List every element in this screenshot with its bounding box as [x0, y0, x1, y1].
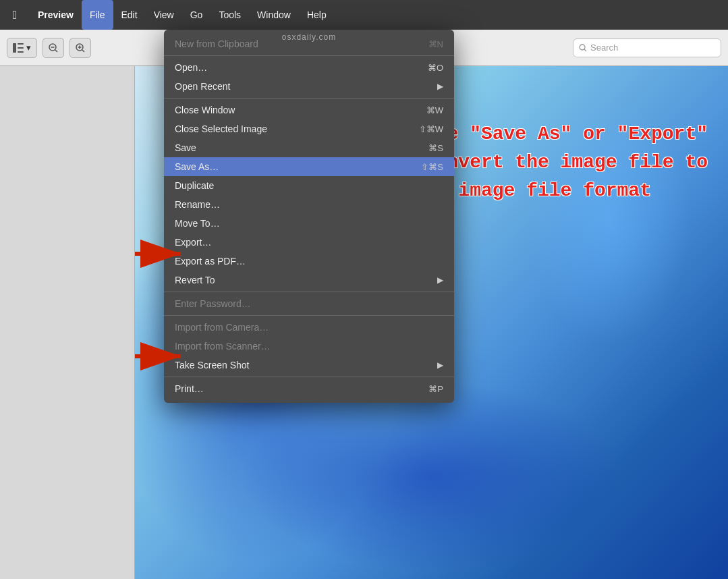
file-dropdown-menu: osxdaily.com New from Clipboard ⌘N Open……: [164, 30, 454, 403]
menu-preview[interactable]: Preview: [30, 0, 82, 30]
menu-help[interactable]: Help: [299, 0, 335, 30]
menu-item-shortcut: ⌘O: [428, 63, 443, 73]
zoom-in-button[interactable]: [69, 38, 91, 58]
menu-item-take-screenshot[interactable]: Take Screen Shot ▶: [164, 356, 454, 375]
menu-section-print: Print… ⌘P: [164, 377, 454, 400]
zoom-out-icon: [49, 43, 58, 53]
menu-section-open: Open… ⌘O Open Recent ▶: [164, 56, 454, 99]
menu-item-rename[interactable]: Rename…: [164, 195, 454, 214]
svg-line-12: [584, 49, 586, 51]
menu-item-shortcut: ⌘N: [428, 39, 443, 49]
menu-item-move-to[interactable]: Move To…: [164, 214, 454, 233]
menu-item-label: Duplicate: [175, 180, 214, 191]
menu-item-save-as[interactable]: Save As… ⇧⌘S: [164, 157, 454, 176]
menu-item-import-camera[interactable]: Import from Camera…: [164, 318, 454, 337]
menu-item-import-scanner[interactable]: Import from Scanner…: [164, 337, 454, 356]
svg-rect-0: [13, 43, 16, 53]
sidebar-toggle-chevron: ▾: [26, 43, 31, 53]
menu-section-import: Import from Camera… Import from Scanner……: [164, 316, 454, 377]
menu-section-password: Enter Password…: [164, 292, 454, 316]
menu-item-close-selected[interactable]: Close Selected Image ⇧⌘W: [164, 119, 454, 138]
menu-item-label: Import from Camera…: [175, 322, 269, 333]
menu-item-label: Open Recent: [175, 81, 231, 92]
sidebar-toggle-button[interactable]: ▾: [7, 38, 37, 58]
submenu-arrow-icon: ▶: [437, 360, 443, 370]
menu-item-label: Import from Scanner…: [175, 341, 271, 352]
menu-item-print[interactable]: Print… ⌘P: [164, 379, 454, 398]
menu-item-label: Save As…: [175, 161, 219, 172]
menu-item-label: Close Window: [175, 105, 235, 115]
menubar:  Preview File Edit View Go Tools Window…: [0, 0, 728, 30]
menu-item-label: Print…: [175, 383, 204, 394]
svg-point-11: [580, 45, 585, 50]
menu-item-open[interactable]: Open… ⌘O: [164, 58, 454, 77]
menu-item-enter-password[interactable]: Enter Password…: [164, 294, 454, 313]
menu-item-label: Export as PDF…: [175, 256, 246, 267]
menu-item-label: Revert To: [175, 275, 215, 285]
menu-edit[interactable]: Edit: [113, 0, 146, 30]
menu-item-export[interactable]: Export…: [164, 233, 454, 252]
search-bar[interactable]: Search: [573, 38, 721, 57]
menu-item-save[interactable]: Save ⌘S: [164, 138, 454, 157]
menu-item-label: Take Screen Shot: [175, 360, 250, 370]
menu-item-label: Move To…: [175, 218, 220, 229]
zoom-in-icon: [76, 43, 85, 53]
apple-menu-icon[interactable]: : [0, 0, 30, 30]
submenu-arrow-icon: ▶: [437, 275, 443, 285]
menu-go[interactable]: Go: [182, 0, 211, 30]
svg-rect-2: [18, 47, 24, 49]
menu-item-export-pdf[interactable]: Export as PDF…: [164, 252, 454, 271]
menu-item-shortcut: ⌘S: [428, 143, 443, 153]
submenu-arrow-icon: ▶: [437, 82, 443, 91]
menu-item-new-from-clipboard[interactable]: New from Clipboard ⌘N: [164, 34, 454, 53]
menu-item-shortcut: ⌘W: [426, 105, 443, 115]
menu-item-label: Rename…: [175, 199, 220, 210]
menu-window[interactable]: Window: [249, 0, 299, 30]
menu-file[interactable]: File: [82, 0, 113, 30]
menu-item-open-recent[interactable]: Open Recent ▶: [164, 77, 454, 96]
menu-section-new: New from Clipboard ⌘N: [164, 32, 454, 56]
sidebar-icon: [13, 43, 24, 53]
menu-section-save: Close Window ⌘W Close Selected Image ⇧⌘W…: [164, 99, 454, 292]
menu-item-shortcut: ⇧⌘S: [421, 162, 443, 172]
menu-item-label: Export…: [175, 237, 211, 248]
menu-item-shortcut: ⇧⌘W: [419, 124, 443, 134]
zoom-out-button[interactable]: [43, 38, 64, 58]
menu-item-revert-to[interactable]: Revert To ▶: [164, 271, 454, 290]
menu-item-label: Close Selected Image: [175, 123, 267, 134]
svg-rect-3: [18, 51, 24, 53]
menu-item-label: Open…: [175, 62, 207, 73]
svg-rect-1: [18, 43, 24, 45]
menu-item-label: New from Clipboard: [175, 38, 258, 49]
search-icon: [579, 44, 587, 52]
menu-item-close-window[interactable]: Close Window ⌘W: [164, 101, 454, 119]
menu-tools[interactable]: Tools: [211, 0, 249, 30]
svg-line-10: [82, 50, 84, 52]
search-placeholder: Search: [590, 43, 618, 53]
svg-line-6: [55, 50, 57, 52]
menu-item-label: Enter Password…: [175, 298, 251, 309]
menu-item-duplicate[interactable]: Duplicate: [164, 176, 454, 195]
menu-view[interactable]: View: [146, 0, 182, 30]
menu-item-shortcut: ⌘P: [428, 384, 443, 394]
menu-item-label: Save: [175, 142, 196, 153]
sidebar-panel: [0, 66, 135, 579]
